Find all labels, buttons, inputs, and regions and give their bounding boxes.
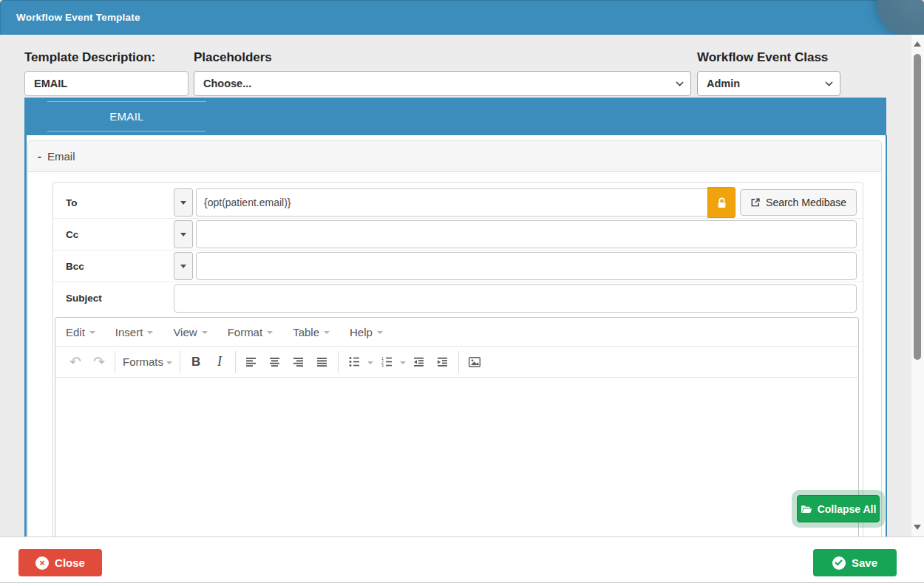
menu-table-label: Table [293,326,319,338]
search-medibase-label: Search Medibase [766,197,846,208]
menu-help[interactable]: Help [350,326,383,338]
align-right-icon[interactable] [288,352,309,372]
tab-email[interactable]: EMAIL [47,101,206,132]
cc-input[interactable] [196,220,857,248]
lock-button[interactable] [707,187,736,218]
formats-dropdown[interactable]: Formats [120,352,174,372]
font-style-group: B I [180,351,236,373]
caret-down-icon[interactable] [367,361,373,364]
save-button[interactable]: Save [813,549,897,576]
menu-format[interactable]: Format [228,326,274,338]
check-circle-icon [832,556,846,570]
unlock-icon [716,197,728,209]
menu-insert[interactable]: Insert [115,326,154,338]
template-description-input[interactable] [24,71,188,96]
workflow-event-class-select-wrap: Admin [697,71,840,96]
scrollbar-up-arrow-icon[interactable] [914,41,921,47]
tab-bar: EMAIL [24,98,886,135]
placeholders-select-wrap: Choose... [194,71,691,96]
menu-view[interactable]: View [173,326,207,338]
email-panel-title: Email [47,150,75,163]
template-description-label: Template Description: [24,50,155,65]
to-placeholder-dropdown-button[interactable] [174,188,193,217]
email-form-wrapper: To [52,182,863,536]
redo-icon[interactable]: ↷ [89,352,109,372]
bcc-label: Bcc [55,261,174,272]
align-justify-icon[interactable] [312,352,333,372]
search-medibase-button[interactable]: Search Medibase [740,189,857,216]
outdent-icon[interactable] [409,352,429,372]
cc-placeholder-dropdown-button[interactable] [174,220,193,248]
align-left-icon[interactable] [241,352,262,372]
x-glyph: × [39,558,45,568]
subject-row: Subject [53,282,863,314]
editor-menubar: Edit Insert View Format Table Help [55,318,858,346]
insert-image-icon[interactable] [464,352,485,372]
menu-view-label: View [173,326,197,338]
italic-button[interactable]: I [209,352,230,372]
scrollbar-down-arrow-icon[interactable] [914,525,921,530]
close-button[interactable]: × Close [18,549,102,576]
vertical-scrollbar[interactable] [911,35,924,536]
caret-down-icon [202,331,208,334]
bold-button[interactable]: B [186,352,206,372]
external-link-icon [750,197,761,208]
list-indent-group: 123 [339,351,459,373]
folder-open-icon [801,505,812,514]
collapse-indicator: - [38,150,41,163]
svg-text:3: 3 [381,364,384,367]
caret-down-icon[interactable] [400,361,406,364]
workflow-event-class-select[interactable]: Admin [697,71,840,96]
editor-content-area[interactable] [55,378,858,536]
caret-down-icon [377,331,383,334]
menu-edit-label: Edit [66,326,85,338]
menu-edit[interactable]: Edit [66,326,95,338]
indent-icon[interactable] [432,352,453,372]
caret-down-icon [180,265,186,268]
placeholders-select[interactable]: Choose... [194,71,691,96]
caret-down-icon [89,331,95,334]
email-panel-header[interactable]: -Email [28,141,881,172]
to-row: To [53,187,863,219]
undo-icon[interactable]: ↶ [65,352,86,372]
modal-bottom-edge [0,582,924,583]
collapse-all-button[interactable]: Collapse All [797,495,880,522]
modal-header: Workflow Event Template [0,0,924,35]
scrollbar-thumb[interactable] [914,54,921,360]
modal-footer: × Close Save [0,536,924,586]
to-input[interactable] [196,188,707,217]
menu-table[interactable]: Table [293,326,330,338]
media-group [459,351,490,373]
cc-row: Cc [53,219,863,251]
subject-input[interactable] [174,285,857,313]
history-group: ↶ ↷ [60,351,115,373]
save-label: Save [852,556,877,569]
corner-circle-decoration [877,0,924,35]
caret-down-icon [267,331,273,334]
placeholders-label: Placeholders [194,50,272,65]
bullet-list-icon[interactable] [344,352,364,372]
caret-down-icon [324,331,330,334]
menu-format-label: Format [228,326,263,338]
bcc-placeholder-dropdown-button[interactable] [174,252,193,280]
caret-down-icon [180,201,186,205]
editor-toolbar: ↶ ↷ Formats B I [55,346,858,378]
bcc-row: Bcc [53,251,863,282]
menu-help-label: Help [350,326,373,338]
close-circle-icon: × [35,556,49,570]
rich-text-editor: Edit Insert View Format Table Help ↶ ↷ [55,317,859,536]
collapse-all-label: Collapse All [818,503,877,515]
workflow-event-template-modal: Workflow Event Template Template Descrip… [0,0,924,586]
caret-down-icon [180,233,186,236]
formats-group: Formats [115,351,180,373]
formats-label: Formats [123,355,163,368]
bcc-input[interactable] [196,252,857,280]
caret-down-icon [166,361,172,364]
align-center-icon[interactable] [265,352,285,372]
to-label: To [55,197,174,208]
cc-label: Cc [55,229,174,240]
tab-content: -Email To [24,135,887,536]
numbered-list-icon[interactable]: 123 [376,352,397,372]
close-label: Close [55,556,85,569]
menu-insert-label: Insert [115,326,143,338]
